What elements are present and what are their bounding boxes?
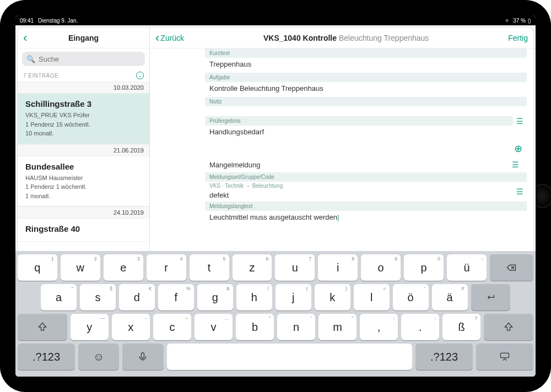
key-y[interactable]: —y <box>71 314 109 340</box>
shift-icon <box>503 322 514 333</box>
list-icon[interactable]: ☰ <box>509 160 522 169</box>
key-d[interactable]: €d <box>119 284 155 311</box>
list-date-0: 10.03.2020 <box>18 81 149 94</box>
meldungsart-value[interactable]: defekt <box>205 189 513 202</box>
status-bar: 09:41 Dienstag 9. Jan. ᯤ 37 % ▯ <box>15 15 536 25</box>
list-date-2: 24.10.2019 <box>18 206 149 219</box>
filter-icon[interactable]: ⌄ <box>136 72 144 79</box>
mangelmeldung-label: Mangelmeldung <box>209 161 261 169</box>
key-x[interactable]: -x <box>112 314 150 340</box>
backspace-icon <box>506 262 517 273</box>
meldungsart-path: VKS · Technik → Beleuchtung <box>205 182 513 189</box>
key-m[interactable]: "m <box>318 314 356 340</box>
key-z[interactable]: 6z <box>233 254 272 281</box>
key-k[interactable]: )k <box>315 284 350 311</box>
shift-key[interactable] <box>484 314 533 340</box>
list-item-0[interactable]: Schillingstraße 3 VKS_PRUE VKS Prüfer 1 … <box>18 94 149 144</box>
status-date: Dienstag 9. Jan. <box>38 18 78 24</box>
key-ä[interactable]: #ä <box>432 284 468 311</box>
return-icon <box>485 292 496 303</box>
key-q[interactable]: 1q <box>18 254 57 281</box>
aufgabe-value: Kontrolle Beleuchtung Treppenhaus <box>205 82 527 97</box>
meldungsart-label: Meldungsart/Gruppe/Code <box>205 172 527 182</box>
key-r[interactable]: 4r <box>147 254 186 281</box>
search-icon: 🔍 <box>26 55 35 63</box>
sidebar: ‹ Eingang 🔍 7 EINTRÄGE ⌄ 10.03.2020 Schi… <box>18 28 150 251</box>
aufgabe-label: Aufgabe <box>205 73 527 82</box>
list-item-sub: VKS_PRUE VKS Prüfer 1 Pendenz 15 wöchent… <box>25 111 142 138</box>
search-field[interactable] <box>39 55 141 63</box>
key-g[interactable]: &g <box>197 284 233 311</box>
key-a[interactable]: "a <box>41 284 77 311</box>
key-l[interactable]: =l <box>354 284 390 311</box>
numbers-key-2[interactable]: .?123 <box>415 344 473 370</box>
backspace-key[interactable] <box>490 254 533 281</box>
key-t[interactable]: 5t <box>190 254 229 281</box>
key-v[interactable]: …v <box>195 314 233 340</box>
key-h[interactable]: /h <box>236 284 272 311</box>
emoji-key[interactable]: ☺ <box>78 344 119 370</box>
key-,[interactable]: ;, <box>360 314 398 340</box>
key-j[interactable]: (j <box>276 284 311 311</box>
key-i[interactable]: 8i <box>318 254 358 281</box>
prufergebnis-label: Prüfergebnis <box>205 116 513 126</box>
detail-title: VKS_1040 Kontrolle Beleuchtung Treppenha… <box>184 34 508 42</box>
numbers-key[interactable]: .?123 <box>18 344 75 370</box>
sidebar-title: Eingang <box>18 34 149 42</box>
key-f[interactable]: %f <box>158 284 194 311</box>
key-o[interactable]: 9o <box>361 254 401 281</box>
onscreen-keyboard: 1q2w3e4r5t6z7u8i9o0p-ü "a§s€d%f&g/h(j)k=… <box>15 251 536 377</box>
detail-pane: ‹ Zurück VKS_1040 Kontrolle Beleuchtung … <box>150 28 533 251</box>
notiz-label: Notiz <box>205 97 527 106</box>
status-time: 09:41 <box>20 18 34 24</box>
keyboard-hide-icon <box>499 351 510 362</box>
key-ö[interactable]: 'ö <box>393 284 429 311</box>
return-key[interactable] <box>471 284 510 311</box>
key-s[interactable]: §s <box>80 284 116 311</box>
shift-icon <box>37 322 48 333</box>
search-input[interactable]: 🔍 <box>22 52 145 66</box>
shift-key[interactable] <box>18 314 67 340</box>
list-item-sub: HAUSM Hausmeister 1 Pendenz 1 wöchentl. … <box>25 173 142 201</box>
list-icon[interactable]: ☰ <box>513 117 527 126</box>
key-p[interactable]: 0p <box>404 254 444 281</box>
detail-back-button[interactable]: ‹ Zurück <box>155 34 184 42</box>
dictation-key[interactable] <box>122 344 163 370</box>
meldungslangtext-input[interactable]: Leuchtmittel muss ausgetauscht werden <box>205 211 527 224</box>
prufergebnis-value[interactable]: Handlungsbedarf <box>205 126 527 140</box>
list-item-title: Ringstraße 40 <box>25 224 142 233</box>
list-item-title: Bundesallee <box>25 162 142 171</box>
done-button[interactable]: Fertig <box>508 34 528 42</box>
key-.[interactable]: :. <box>401 314 439 340</box>
list-icon[interactable]: ☰ <box>513 187 527 196</box>
kurztext-label: Kurztext <box>205 48 527 58</box>
hide-keyboard-key[interactable] <box>476 344 533 370</box>
key-b[interactable]: °b <box>236 314 274 340</box>
list-item-title: Schillingstraße 3 <box>25 99 142 108</box>
battery-percent: 37 % <box>513 18 526 24</box>
key-ü[interactable]: -ü <box>447 254 487 281</box>
battery-icon: ▯ <box>528 18 531 24</box>
list-date-1: 21.06.2019 <box>18 144 149 156</box>
list-item-1[interactable]: Bundesallee HAUSM Hausmeister 1 Pendenz … <box>18 156 149 207</box>
key-c[interactable]: ~c <box>153 314 191 340</box>
entry-count: 7 EINTRÄGE <box>23 73 58 79</box>
key-u[interactable]: 7u <box>275 254 315 281</box>
svg-rect-1 <box>501 353 509 357</box>
key-ß[interactable]: ?ß <box>442 314 480 340</box>
key-n[interactable]: 'n <box>277 314 315 340</box>
wifi-icon: ᯤ <box>505 18 511 24</box>
key-w[interactable]: 2w <box>61 254 100 281</box>
svg-rect-0 <box>142 353 144 358</box>
mic-icon <box>137 351 148 362</box>
meldungslangtext-label: Meldungslangtext <box>205 202 527 211</box>
list-item-2[interactable]: Ringstraße 40 <box>18 219 149 242</box>
key-e[interactable]: 3e <box>104 254 143 281</box>
kurztext-value: Treppenhaus <box>205 58 527 73</box>
add-button[interactable]: ⊕ <box>205 140 527 157</box>
space-key[interactable] <box>167 344 413 370</box>
